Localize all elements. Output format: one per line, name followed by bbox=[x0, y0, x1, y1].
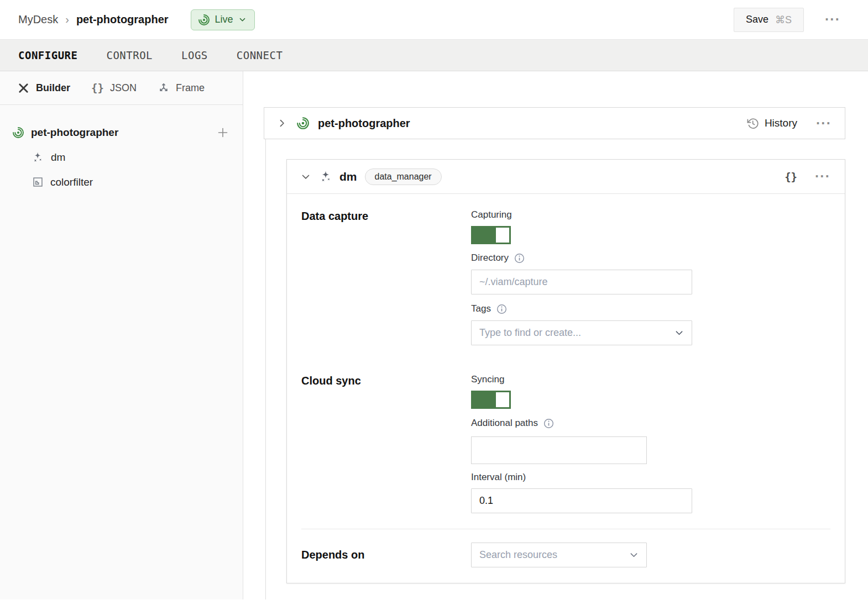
mode-tab-frame[interactable]: Frame bbox=[158, 82, 205, 94]
breadcrumb-separator-icon: › bbox=[65, 13, 69, 26]
tab-configure[interactable]: CONFIGURE bbox=[18, 49, 77, 61]
tab-control[interactable]: CONTROL bbox=[106, 49, 153, 61]
service-card-more-icon[interactable]: ··· bbox=[815, 173, 830, 180]
syncing-toggle[interactable] bbox=[471, 391, 511, 409]
header-more-menu-icon[interactable]: ··· bbox=[825, 16, 840, 23]
save-shortcut: ⌘S bbox=[775, 14, 792, 26]
viam-broadcast-icon bbox=[198, 14, 210, 26]
breadcrumb-machine-name: pet-photographer bbox=[76, 13, 169, 26]
machine-part-card: pet-photographer History ··· bbox=[264, 107, 845, 139]
capturing-toggle[interactable] bbox=[471, 226, 511, 244]
additional-paths-input[interactable] bbox=[471, 436, 647, 464]
history-clock-icon bbox=[746, 117, 759, 130]
raw-json-toggle-icon[interactable]: {} bbox=[785, 171, 797, 183]
breadcrumb: MyDesk › pet-photographer bbox=[18, 13, 169, 26]
service-type-badge: data_manager bbox=[365, 169, 442, 185]
interval-input[interactable] bbox=[471, 488, 692, 513]
chevron-down-icon bbox=[238, 15, 247, 24]
chevron-right-icon[interactable] bbox=[276, 118, 287, 129]
config-mode-tabs: Builder {} JSON Frame bbox=[0, 71, 243, 105]
toggle-knob bbox=[496, 228, 509, 243]
info-icon[interactable] bbox=[543, 418, 554, 429]
viam-broadcast-icon bbox=[12, 127, 24, 139]
toggle-knob bbox=[496, 392, 509, 407]
history-button[interactable]: History bbox=[746, 117, 797, 130]
data-capture-title: Data capture bbox=[301, 209, 471, 345]
tree-item-machine[interactable]: pet-photographer bbox=[0, 120, 243, 145]
content-area: Builder {} JSON Frame bbox=[0, 71, 868, 599]
viam-broadcast-icon bbox=[296, 117, 310, 130]
config-main-panel: pet-photographer History ··· bbox=[243, 71, 868, 599]
machine-part-title: pet-photographer bbox=[318, 117, 410, 130]
interval-label: Interval (min) bbox=[471, 472, 692, 483]
data-capture-section: Data capture Capturing Directory bbox=[301, 209, 830, 345]
add-component-icon[interactable] bbox=[216, 126, 229, 139]
service-name: dm bbox=[339, 170, 357, 183]
additional-paths-label: Additional paths bbox=[471, 418, 692, 429]
mode-tab-builder-label: Builder bbox=[36, 82, 70, 94]
data-manager-service-card: dm data_manager {} ··· Data capture Capt… bbox=[286, 159, 845, 583]
depends-on-combobox bbox=[471, 543, 647, 567]
tree-item-dm[interactable]: dm bbox=[0, 145, 243, 170]
depends-on-search-input[interactable] bbox=[471, 543, 647, 567]
save-button[interactable]: Save ⌘S bbox=[734, 8, 804, 32]
tree-colorfilter-label: colorfilter bbox=[50, 176, 93, 188]
mode-tab-frame-label: Frame bbox=[176, 82, 205, 94]
breadcrumb-org-link[interactable]: MyDesk bbox=[18, 13, 58, 26]
directory-input[interactable] bbox=[471, 270, 692, 294]
live-status-label: Live bbox=[215, 14, 233, 25]
sparkles-icon bbox=[320, 170, 333, 183]
cloud-sync-title: Cloud sync bbox=[301, 374, 471, 513]
tab-logs[interactable]: LOGS bbox=[181, 49, 208, 61]
transform-icon bbox=[32, 176, 44, 188]
mode-tab-json-label: JSON bbox=[110, 82, 137, 94]
tab-connect[interactable]: CONNECT bbox=[237, 49, 283, 61]
tags-combobox bbox=[471, 320, 692, 345]
save-label: Save bbox=[746, 14, 768, 25]
service-card-body: Data capture Capturing Directory bbox=[287, 194, 845, 583]
mode-tab-json[interactable]: {} JSON bbox=[91, 82, 137, 94]
frame-axes-icon bbox=[158, 82, 170, 94]
config-sidebar: Builder {} JSON Frame bbox=[0, 71, 243, 599]
info-icon[interactable] bbox=[514, 253, 525, 264]
depends-on-section: Depends on bbox=[301, 529, 830, 583]
machine-card-more-icon[interactable]: ··· bbox=[816, 120, 832, 127]
service-card-header: dm data_manager {} ··· bbox=[287, 160, 845, 194]
resource-tree: pet-photographer dm colorfilter bbox=[0, 105, 243, 194]
tree-dm-label: dm bbox=[51, 151, 65, 164]
tree-item-colorfilter[interactable]: colorfilter bbox=[0, 170, 243, 194]
tags-label: Tags bbox=[471, 303, 692, 314]
machine-nav-tabs: CONFIGURE CONTROL LOGS CONNECT bbox=[0, 39, 868, 71]
depends-on-title: Depends on bbox=[301, 549, 471, 561]
directory-label: Directory bbox=[471, 252, 692, 264]
sparkles-icon bbox=[32, 151, 44, 164]
history-label: History bbox=[765, 117, 797, 129]
top-header: MyDesk › pet-photographer Live Save ⌘S ·… bbox=[0, 0, 868, 39]
capturing-label: Capturing bbox=[471, 209, 692, 220]
chevron-down-icon[interactable] bbox=[300, 171, 311, 182]
braces-icon: {} bbox=[91, 82, 104, 94]
part-resources-group: dm data_manager {} ··· Data capture Capt… bbox=[265, 139, 845, 599]
cloud-sync-section: Cloud sync Syncing Additional paths bbox=[301, 374, 830, 513]
mode-tab-builder[interactable]: Builder bbox=[17, 82, 70, 94]
tags-input[interactable] bbox=[471, 320, 692, 345]
syncing-label: Syncing bbox=[471, 374, 692, 385]
info-icon[interactable] bbox=[496, 304, 507, 314]
crossed-tools-icon bbox=[17, 82, 30, 94]
machine-status-dropdown[interactable]: Live bbox=[191, 9, 255, 30]
tree-machine-label: pet-photographer bbox=[31, 127, 118, 139]
